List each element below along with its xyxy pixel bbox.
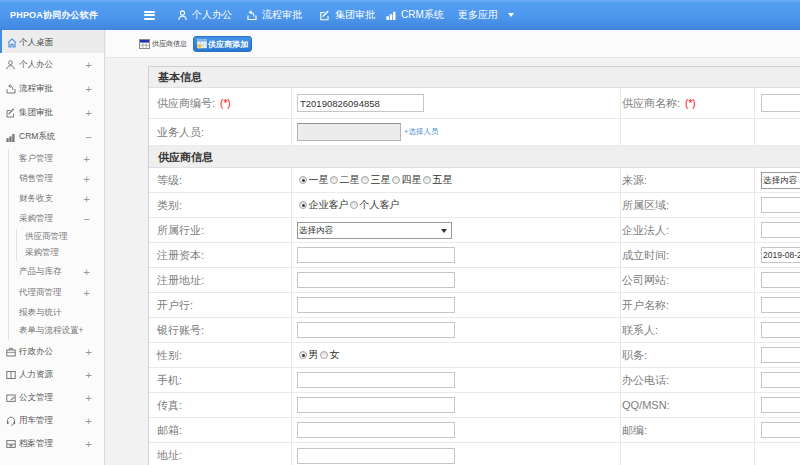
radio-icon	[320, 351, 328, 359]
nav-crm-system[interactable]: CRM系统	[386, 0, 444, 30]
sidebar-item-finance[interactable]: 财务收支 +	[9, 189, 104, 209]
tab-supplier-info[interactable]: 供应商信息	[139, 30, 187, 58]
sidebar-item-document-mgmt[interactable]: 公文管理 +	[0, 386, 104, 409]
form-row-bank-account: 银行账号: 联系人:	[149, 318, 800, 343]
expand-plus-icon[interactable]: +	[83, 173, 90, 185]
sidebar-item-customer-mgmt[interactable]: 客户管理 +	[9, 149, 104, 169]
supplier-name-input[interactable]	[761, 94, 800, 112]
sidebar-item-label: 供应商管理	[25, 231, 68, 243]
expand-plus-icon[interactable]: +	[85, 369, 92, 381]
sidebar-item-process-approval[interactable]: 流程审批 +	[0, 77, 104, 101]
label-cell: 公司网站:	[620, 268, 754, 292]
expand-plus-icon[interactable]: +	[85, 392, 92, 404]
source-select[interactable]: 选择内容	[761, 172, 800, 189]
expand-plus-icon[interactable]: +	[83, 153, 90, 165]
nav-label: CRM系统	[401, 8, 444, 22]
collapse-minus-icon[interactable]: −	[83, 213, 90, 225]
radio-icon	[392, 176, 400, 184]
expand-plus-icon[interactable]: +	[79, 325, 84, 335]
field-label: 开户名称:	[622, 298, 669, 313]
field-label: 来源:	[622, 173, 647, 188]
nav-process-approval[interactable]: 流程审批	[247, 0, 302, 30]
zipcode-input[interactable]	[761, 422, 800, 438]
fax-input[interactable]	[297, 397, 455, 413]
chart-icon	[6, 133, 15, 142]
registered-capital-input[interactable]	[297, 247, 455, 263]
mobile-input[interactable]	[297, 372, 455, 388]
bank-account-input[interactable]	[297, 322, 455, 338]
sidebar-item-agent-mgmt[interactable]: 代理商管理 +	[9, 282, 104, 303]
app-logo: PHPOA协同办公软件	[10, 0, 98, 30]
label-cell: 来源:	[620, 168, 754, 192]
expand-plus-icon[interactable]: +	[85, 83, 92, 95]
field-label: QQ/MSN:	[622, 399, 670, 411]
nav-personal-office[interactable]: 个人办公	[178, 0, 232, 30]
address-input[interactable]	[297, 448, 455, 464]
sidebar-item-personal-office[interactable]: 个人办公 +	[0, 53, 104, 77]
form-row-category: 类别: 企业客户 个人客户 所属区域:	[149, 193, 800, 218]
expand-plus-icon[interactable]: +	[85, 107, 92, 119]
nav-label: 集团审批	[335, 8, 375, 22]
field-cell	[291, 293, 620, 317]
sidebar-item-personal-desktop[interactable]: 个人桌面	[0, 30, 104, 53]
sidebar-item-label: 人力资源	[19, 369, 53, 381]
expand-plus-icon[interactable]: +	[85, 438, 92, 450]
select-value: 选择内容	[299, 225, 333, 235]
expand-plus-icon[interactable]: +	[83, 193, 90, 205]
region-input[interactable]	[761, 197, 800, 213]
nav-group-approval[interactable]: 集团审批	[320, 0, 375, 30]
field-cell: 选择内容	[291, 218, 620, 242]
sidebar-item-group-approval[interactable]: 集团审批 +	[0, 101, 104, 125]
field-label: 所属区域:	[622, 198, 669, 213]
field-cell	[754, 293, 800, 317]
sidebar-item-product-inventory[interactable]: 产品与库存 +	[9, 261, 104, 282]
expand-plus-icon[interactable]: +	[83, 266, 90, 278]
field-cell	[291, 368, 620, 392]
sidebar-item-label: 公文管理	[19, 392, 53, 404]
industry-select[interactable]: 选择内容	[297, 222, 452, 239]
sidebar-item-reports[interactable]: 报表与统计	[9, 303, 104, 322]
field-label: 注册资本:	[157, 249, 204, 261]
contact-input[interactable]	[761, 322, 800, 338]
sidebar-item-label: 个人桌面	[19, 37, 53, 49]
expand-plus-icon[interactable]: +	[85, 346, 92, 358]
registered-address-input[interactable]	[297, 272, 455, 288]
sidebar-item-admin-office[interactable]: 行政办公 +	[0, 340, 104, 363]
field-label: 公司网站:	[622, 273, 669, 288]
label-cell-empty	[620, 119, 754, 145]
expand-plus-icon[interactable]: +	[85, 59, 92, 71]
expand-plus-icon[interactable]: +	[85, 415, 92, 427]
qq-msn-input[interactable]	[761, 397, 800, 413]
position-input[interactable]	[761, 347, 800, 363]
expand-plus-icon[interactable]: +	[83, 287, 90, 299]
sidebar-item-crm-system[interactable]: CRM系统 −	[0, 125, 104, 149]
radio-option-label: 个人客户	[360, 198, 400, 212]
bank-input[interactable]	[297, 297, 455, 313]
select-person-link[interactable]: +选择人员	[404, 127, 438, 137]
sidebar-item-vehicle-mgmt[interactable]: 用车管理 +	[0, 409, 104, 432]
website-input[interactable]	[761, 272, 800, 288]
archive-icon	[6, 439, 16, 449]
form-row-business-person: 业务人员: +选择人员	[149, 119, 800, 146]
establish-date-input[interactable]	[761, 247, 800, 263]
sidebar-item-purchase[interactable]: 采购管理	[17, 245, 104, 261]
collapse-minus-icon[interactable]: −	[85, 131, 92, 143]
office-phone-input[interactable]	[761, 372, 800, 388]
legal-person-input[interactable]	[761, 222, 800, 238]
account-name-input[interactable]	[761, 297, 800, 313]
nav-more-apps[interactable]: 更多应用	[458, 0, 514, 30]
form-row-level: 等级: 一星 二星 三星 四星 五星 来源: 选择内容	[149, 168, 800, 193]
sidebar-item-sales-mgmt[interactable]: 销售管理 +	[9, 169, 104, 189]
sidebar-item-archive-mgmt[interactable]: 档案管理 +	[0, 432, 104, 455]
radio-option-label: 四星	[402, 173, 422, 187]
tab-supplier-add[interactable]: 供应商添加	[193, 36, 252, 52]
sidebar-item-purchase-mgmt[interactable]: 采购管理 −	[9, 209, 104, 229]
sidebar-item-human-resources[interactable]: 人力资源 +	[0, 363, 104, 386]
email-input[interactable]	[297, 422, 455, 438]
sidebar-item-supplier-mgmt[interactable]: 供应商管理	[17, 229, 104, 245]
supplier-code-input[interactable]	[297, 94, 424, 112]
label-cell: 联系人:	[620, 318, 754, 342]
hamburger-menu-icon[interactable]	[144, 11, 155, 20]
sidebar-item-form-flow-settings[interactable]: 表单与流程设置+	[9, 322, 104, 340]
radio-option-label: 男	[309, 348, 319, 362]
